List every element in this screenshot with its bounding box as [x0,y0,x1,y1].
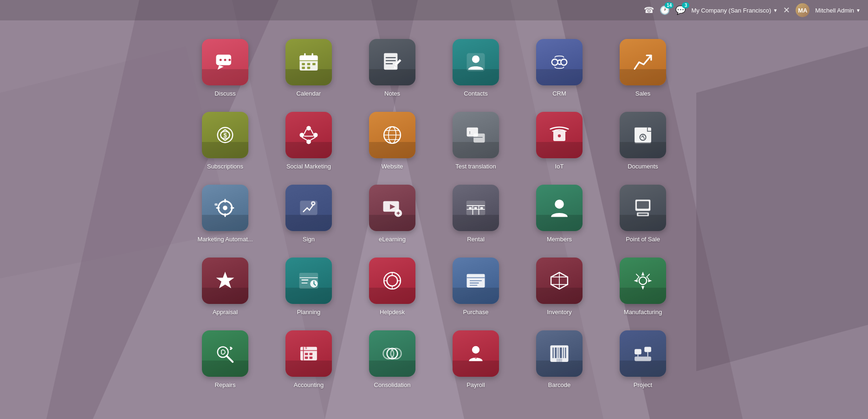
app-item-rental[interactable]: Rental [443,185,508,244]
svg-rect-76 [469,207,472,209]
app-item-website[interactable]: Website [360,112,425,171]
svg-line-36 [304,129,306,134]
social-label: Social Marketing [286,163,331,171]
app-item-helpdesk[interactable]: Helpdesk [360,258,425,316]
iot-label: IoT [555,163,564,171]
payroll-icon: $ [453,330,499,377]
svg-marker-9 [218,65,224,70]
svg-point-35 [313,133,318,137]
contacts-icon [453,39,499,85]
rental-icon [453,185,499,231]
documents-icon [620,112,666,158]
svg-rect-58 [224,213,226,217]
app-item-manufacturing[interactable]: Manufacturing [610,258,675,316]
repairs-label: Repairs [215,381,236,389]
app-item-payroll[interactable]: $Payroll [443,330,508,389]
company-name: My Company (San Francisco) [691,7,771,14]
svg-rect-121 [558,348,559,358]
consol-label: Consolidation [374,381,411,389]
appraisal-label: Appraisal [213,309,238,316]
iot-icon [536,112,583,158]
svg-point-28 [472,55,479,63]
app-item-subscriptions[interactable]: $Subscriptions [193,112,258,171]
avatar[interactable]: MA [796,3,810,17]
subscriptions-label: Subscriptions [207,163,243,171]
helpdesk-icon [369,258,415,304]
clock-badge-container[interactable]: 🕐 14 [660,5,670,15]
svg-rect-106 [300,347,317,360]
manufacturing-icon [620,258,666,304]
app-item-contacts[interactable]: Contacts [443,39,508,98]
app-item-social[interactable]: Social Marketing [276,112,341,171]
app-item-project[interactable]: Project [610,330,675,389]
manufacturing-label: Manufacturing [624,309,662,316]
documents-label: Documents [628,163,658,171]
svg-text:|||||||: ||||||| [557,358,562,362]
barcode-label: Barcode [548,381,570,389]
testtrans-icon: ! [453,112,499,158]
svg-text:!: ! [469,130,470,135]
message-badge-container[interactable]: 💬 3 [675,5,686,15]
app-grid: DiscussCalendarNotesContactsCRMSales$Sub… [193,39,675,389]
payroll-label: Payroll [466,381,485,389]
close-button[interactable]: ✕ [783,5,790,15]
svg-rect-77 [474,207,477,209]
svg-rect-14 [300,55,318,60]
svg-rect-48 [473,134,485,143]
user-menu[interactable]: Mitchell Admin ▼ [815,7,861,14]
app-item-documents[interactable]: Documents [610,112,675,171]
svg-text:$: $ [475,355,477,360]
app-item-planning[interactable]: Planning [276,258,341,316]
app-item-accounting[interactable]: $Accounting [276,330,341,389]
app-item-barcode[interactable]: |||||||Barcode [527,330,592,389]
app-item-mktauto[interactable]: Marketing Automat... [193,185,258,244]
app-item-consol[interactable]: Consolidation [360,330,425,389]
app-item-iot[interactable]: IoT [527,112,592,171]
svg-point-56 [223,206,227,210]
phone-icon[interactable]: ☎ [644,5,654,15]
pos-icon [620,185,666,231]
app-item-sign[interactable]: Sign [276,185,341,244]
accounting-label: Accounting [294,381,324,389]
app-item-pos[interactable]: Point of Sale [610,185,675,244]
app-item-sales[interactable]: Sales [610,39,675,98]
svg-point-93 [387,275,398,286]
svg-point-34 [306,126,311,130]
app-item-calendar[interactable]: Calendar [276,39,341,98]
discuss-icon [202,39,248,85]
company-selector[interactable]: My Company (San Francisco) ▼ [691,7,777,14]
svg-rect-122 [560,348,562,358]
app-item-members[interactable]: Members [527,185,592,244]
website-label: Website [382,163,403,171]
app-item-repairs[interactable]: Repairs [193,330,258,389]
notes-label: Notes [384,90,400,98]
app-item-testtrans[interactable]: !Test translation [443,112,508,171]
app-item-crm[interactable]: CRM [527,39,592,98]
svg-rect-59 [216,207,220,208]
discuss-label: Discuss [214,90,236,98]
app-item-purchase[interactable]: Purchase [443,258,508,316]
sales-label: Sales [635,90,651,98]
app-item-discuss[interactable]: Discuss [193,39,258,98]
app-item-elearning[interactable]: eLearning [360,185,425,244]
svg-line-105 [227,355,233,361]
mktauto-icon [202,185,248,231]
svg-line-37 [311,129,313,134]
app-item-appraisal[interactable]: Appraisal [193,258,258,316]
mktauto-label: Marketing Automat... [197,236,253,244]
sign-label: Sign [303,236,315,244]
svg-text:$: $ [305,346,307,350]
app-item-notes[interactable]: Notes [360,39,425,98]
svg-point-103 [639,277,647,284]
sales-icon [620,39,666,85]
calendar-label: Calendar [297,90,321,98]
app-item-inventory[interactable]: Inventory [527,258,592,316]
svg-rect-110 [310,353,313,355]
testtrans-label: Test translation [455,163,496,171]
repairs-icon [202,330,248,377]
subscriptions-icon: $ [202,112,248,158]
members-icon [536,185,583,231]
svg-rect-16 [304,53,305,57]
elearning-icon [369,185,415,231]
app-grid-container: DiscussCalendarNotesContactsCRMSales$Sub… [0,20,868,389]
